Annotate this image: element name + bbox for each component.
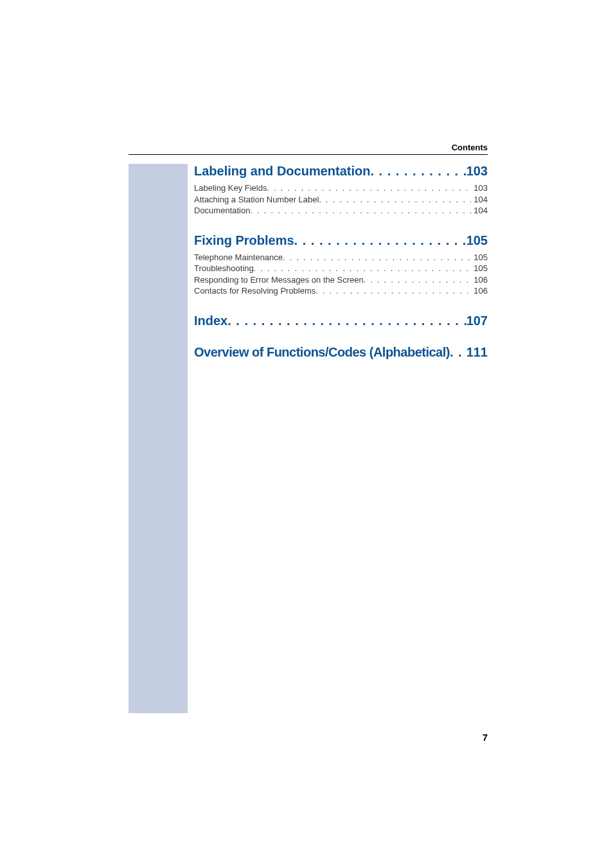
toc-entry-title: Telephone Maintenance xyxy=(194,252,283,263)
toc-entry-leader: . . . . . . . . . . . . . . . . . . . . … xyxy=(319,195,471,205)
toc-entry-page: 105 xyxy=(471,263,488,274)
toc-heading-page: 103 xyxy=(466,164,488,179)
toc-heading-leader: . . . . . . . . . . . . . . . . . . . . … xyxy=(294,233,466,248)
toc-entry-page: 106 xyxy=(471,274,488,286)
header-contents-label: Contents xyxy=(452,143,488,152)
toc-entry-row[interactable]: Labeling Key Fields . . . . . . . . . . … xyxy=(194,182,488,194)
toc-entry-row[interactable]: Responding to Error Messages on the Scre… xyxy=(194,274,488,286)
toc-entry-leader: . . . . . . . . . . . . . . . . . . . . … xyxy=(267,183,471,193)
toc-heading-leader: . . . . . . . . . . . . . . . . . . . . … xyxy=(450,345,466,360)
toc-heading-leader: . . . . . . . . . . . . . . . . . . . . … xyxy=(370,164,466,179)
header-rule xyxy=(129,154,488,155)
toc-entry-row[interactable]: Contacts for Resolving Problems . . . . … xyxy=(194,285,488,297)
toc-section: Overview of Functions/Codes (Alphabetica… xyxy=(194,345,488,360)
toc-content: Labeling and Documentation . . . . . . .… xyxy=(194,164,488,376)
toc-heading-leader: . . . . . . . . . . . . . . . . . . . . … xyxy=(227,314,466,328)
toc-heading-row[interactable]: Fixing Problems . . . . . . . . . . . . … xyxy=(194,233,488,248)
toc-heading-title: Fixing Problems xyxy=(194,233,294,248)
toc-entry-leader: . . . . . . . . . . . . . . . . . . . . … xyxy=(315,286,471,296)
toc-section: Index . . . . . . . . . . . . . . . . . … xyxy=(194,314,488,328)
toc-entry-title: Labeling Key Fields xyxy=(194,182,267,194)
toc-entry-page: 105 xyxy=(471,252,488,263)
toc-entry-row[interactable]: Documentation . . . . . . . . . . . . . … xyxy=(194,205,488,217)
document-page: Contents Labeling and Documentation . . … xyxy=(0,0,613,868)
toc-entry-page: 104 xyxy=(471,205,488,217)
page-number: 7 xyxy=(483,732,488,743)
sidebar-block xyxy=(129,164,188,713)
toc-heading-page: 111 xyxy=(466,345,488,360)
toc-heading-row[interactable]: Labeling and Documentation . . . . . . .… xyxy=(194,164,488,179)
toc-entry-leader: . . . . . . . . . . . . . . . . . . . . … xyxy=(250,206,471,216)
toc-entry-title: Contacts for Resolving Problems xyxy=(194,285,315,297)
toc-entry-title: Responding to Error Messages on the Scre… xyxy=(194,274,364,286)
toc-section: Fixing Problems . . . . . . . . . . . . … xyxy=(194,233,488,297)
toc-entry-page: 104 xyxy=(471,194,488,206)
toc-entry-page: 106 xyxy=(471,285,488,297)
toc-heading-row[interactable]: Overview of Functions/Codes (Alphabetica… xyxy=(194,345,488,360)
toc-entry-title: Documentation xyxy=(194,205,250,217)
toc-entry-row[interactable]: Attaching a Station Number Label . . . .… xyxy=(194,194,488,206)
toc-entry-leader: . . . . . . . . . . . . . . . . . . . . … xyxy=(254,263,472,274)
toc-heading-page: 105 xyxy=(466,233,488,248)
toc-entry-row[interactable]: Telephone Maintenance . . . . . . . . . … xyxy=(194,252,488,263)
toc-heading-page: 107 xyxy=(466,314,488,328)
toc-entry-page: 103 xyxy=(471,182,488,194)
toc-entry-leader: . . . . . . . . . . . . . . . . . . . . … xyxy=(364,275,472,285)
toc-entry-title: Troubleshooting xyxy=(194,263,254,274)
toc-heading-title: Index xyxy=(194,314,227,328)
toc-heading-title: Overview of Functions/Codes (Alphabetica… xyxy=(194,345,450,360)
toc-entry-title: Attaching a Station Number Label xyxy=(194,194,319,206)
toc-entry-leader: . . . . . . . . . . . . . . . . . . . . … xyxy=(283,252,471,263)
toc-entry-row[interactable]: Troubleshooting . . . . . . . . . . . . … xyxy=(194,263,488,274)
toc-section: Labeling and Documentation . . . . . . .… xyxy=(194,164,488,217)
toc-heading-row[interactable]: Index . . . . . . . . . . . . . . . . . … xyxy=(194,314,488,328)
toc-heading-title: Labeling and Documentation xyxy=(194,164,370,179)
